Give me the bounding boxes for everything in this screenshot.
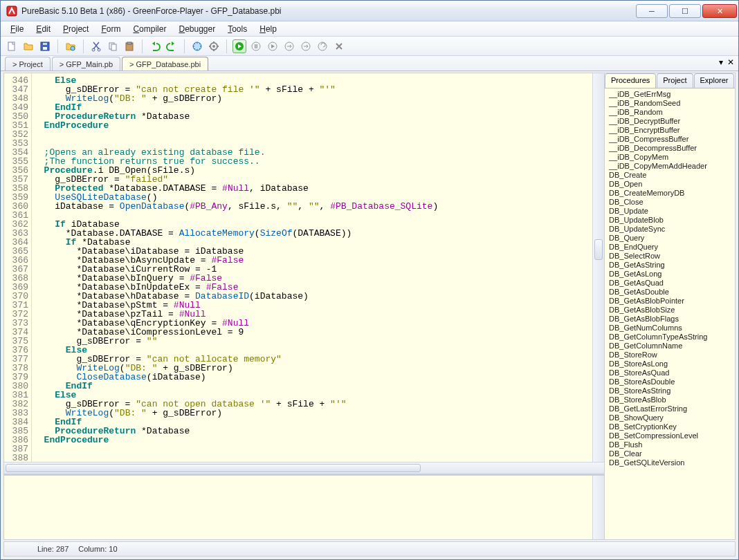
editor-hscrollbar[interactable] xyxy=(4,462,604,474)
side-tab-explorer[interactable]: Explorer xyxy=(694,73,735,88)
procedure-list[interactable]: __iDB_GetErrMsg__iDB_RandomSeed__iDB_Ran… xyxy=(605,88,735,539)
menu-project[interactable]: Project xyxy=(57,23,94,35)
procedure-item[interactable]: __iDB_GetErrMsg xyxy=(605,90,735,99)
close-button[interactable]: ✕ xyxy=(702,4,737,18)
procedure-item[interactable]: DB_GetAsString xyxy=(605,261,735,270)
paste-button[interactable] xyxy=(122,39,136,53)
procedure-item[interactable]: __iDB_Random xyxy=(605,108,735,117)
procedure-item[interactable]: DB_StoreAsBlob xyxy=(605,395,735,404)
procedure-item[interactable]: __iDB_RandomSeed xyxy=(605,99,735,108)
procedure-item[interactable]: __iDB_CompressBuffer xyxy=(605,135,735,144)
svg-rect-9 xyxy=(111,44,116,50)
step-out-button[interactable] xyxy=(316,39,329,53)
procedure-item[interactable]: DB_GetAsLong xyxy=(605,270,735,279)
procedure-item[interactable]: DB_Flush xyxy=(605,440,735,449)
procedure-item[interactable]: DB_GetAsBlobFlags xyxy=(605,315,735,324)
procedure-item[interactable]: __iDB_DecompressBuffer xyxy=(605,144,735,153)
compile-options-button[interactable] xyxy=(207,39,221,53)
run-button[interactable] xyxy=(232,39,246,53)
procedure-item[interactable]: DB_Clear xyxy=(605,449,735,458)
output-vscrollbar[interactable] xyxy=(592,476,604,539)
procedure-item[interactable]: DB_UpdateSync xyxy=(605,225,735,234)
svg-rect-18 xyxy=(257,44,258,48)
procedure-item[interactable]: __iDB_CopyMemAddHeader xyxy=(605,162,735,171)
procedure-item[interactable]: DB_UpdateBlob xyxy=(605,216,735,225)
menu-file[interactable]: File xyxy=(5,23,29,35)
minimize-button[interactable]: ─ xyxy=(636,4,668,18)
menubar: FileEditProjectFormCompilerDebuggerTools… xyxy=(1,21,738,37)
tab-close-icon[interactable]: ✕ xyxy=(727,57,734,67)
svg-rect-4 xyxy=(43,43,47,45)
svg-rect-17 xyxy=(255,44,256,48)
svg-point-22 xyxy=(318,42,327,50)
procedure-item[interactable]: DB_GetNumColumns xyxy=(605,324,735,333)
procedure-item[interactable]: DB_GetAsQuad xyxy=(605,279,735,288)
procedure-item[interactable]: DB_SelectRow xyxy=(605,252,735,261)
menu-form[interactable]: Form xyxy=(95,23,126,35)
procedure-item[interactable]: DB_StoreAsLong xyxy=(605,360,735,368)
open-project-button[interactable] xyxy=(64,39,77,53)
editor-tab[interactable]: > GFP_Database.pbi xyxy=(122,57,208,71)
procedure-item[interactable]: DB_Open xyxy=(605,180,735,189)
main-split: 346 347 348 349 350 351 352 353 354 355 … xyxy=(3,73,736,540)
procedure-item[interactable]: DB_Create xyxy=(605,171,735,180)
status-bar: Line: 287 Column: 10 xyxy=(3,541,736,557)
svg-rect-3 xyxy=(43,47,47,50)
code-text[interactable]: Else g_sDBError = "can not create file '… xyxy=(32,73,592,462)
pause-button[interactable] xyxy=(249,39,263,53)
procedure-item[interactable]: DB_SetCompressionLevel xyxy=(605,431,735,440)
procedure-item[interactable]: DB_SetCryptionKey xyxy=(605,422,735,431)
procedure-item[interactable]: DB_GetSQLiteVersion xyxy=(605,458,735,467)
svg-point-14 xyxy=(212,45,215,48)
undo-button[interactable] xyxy=(148,39,162,53)
procedure-item[interactable]: DB_GetAsDouble xyxy=(605,288,735,297)
cut-button[interactable] xyxy=(89,39,103,53)
procedure-item[interactable]: DB_GetColumnName xyxy=(605,342,735,351)
svg-point-16 xyxy=(252,42,260,50)
procedure-item[interactable]: DB_Update xyxy=(605,207,735,216)
procedure-item[interactable]: DB_StoreRow xyxy=(605,351,735,360)
side-tab-project[interactable]: Project xyxy=(657,73,693,88)
editor-vscrollbar[interactable] xyxy=(592,73,604,462)
code-editor[interactable]: 346 347 348 349 350 351 352 353 354 355 … xyxy=(4,73,604,462)
save-button[interactable] xyxy=(38,39,52,53)
editor-tab[interactable]: > Project xyxy=(5,57,51,71)
procedure-item[interactable]: DB_EndQuery xyxy=(605,243,735,252)
menu-help[interactable]: Help xyxy=(254,23,282,35)
procedure-item[interactable]: DB_CreateMemoryDB xyxy=(605,189,735,198)
new-file-button[interactable] xyxy=(5,39,19,53)
procedure-item[interactable]: DB_GetAsBlobPointer xyxy=(605,297,735,306)
procedure-item[interactable]: DB_GetLastErrorString xyxy=(605,404,735,413)
procedure-item[interactable]: DB_Close xyxy=(605,198,735,207)
procedure-item[interactable]: DB_Query xyxy=(605,234,735,243)
tab-dropdown-icon[interactable]: ▾ xyxy=(719,57,723,67)
side-tab-procedures[interactable]: Procedures xyxy=(605,73,656,88)
editor-tab[interactable]: > GFP_Main.pb xyxy=(52,57,120,71)
menu-debugger[interactable]: Debugger xyxy=(173,23,221,35)
toolbar xyxy=(1,37,738,56)
kill-button[interactable] xyxy=(332,39,346,53)
procedure-item[interactable]: __iDB_DecryptBuffer xyxy=(605,117,735,126)
menu-edit[interactable]: Edit xyxy=(30,23,56,35)
step-over-button[interactable] xyxy=(299,39,313,53)
window-title: PureBasic 5.10 Beta 1 (x86) - GreenForce… xyxy=(21,6,282,16)
procedure-item[interactable]: DB_GetAsBlobSize xyxy=(605,306,735,315)
stop-button[interactable] xyxy=(266,39,280,53)
procedure-item[interactable]: DB_GetColumnTypeAsString xyxy=(605,333,735,342)
procedure-item[interactable]: DB_ShowQuery xyxy=(605,413,735,422)
editor-tabs: > Project> GFP_Main.pb> GFP_Database.pbi… xyxy=(1,56,738,71)
procedure-item[interactable]: __iDB_CopyMem xyxy=(605,153,735,162)
open-file-button[interactable] xyxy=(21,39,35,53)
procedure-item[interactable]: DB_StoreAsQuad xyxy=(605,368,735,377)
menu-compiler[interactable]: Compiler xyxy=(127,23,172,35)
procedure-item[interactable]: __iDB_EncryptBuffer xyxy=(605,126,735,135)
maximize-button[interactable]: ☐ xyxy=(669,4,701,18)
procedure-item[interactable]: DB_StoreAsString xyxy=(605,386,735,395)
copy-button[interactable] xyxy=(106,39,120,53)
compile-button[interactable] xyxy=(190,39,204,53)
redo-button[interactable] xyxy=(165,39,179,53)
step-button[interactable] xyxy=(282,39,296,53)
procedure-item[interactable]: DB_StoreAsDouble xyxy=(605,377,735,386)
output-pane[interactable] xyxy=(4,474,604,539)
menu-tools[interactable]: Tools xyxy=(222,23,253,35)
